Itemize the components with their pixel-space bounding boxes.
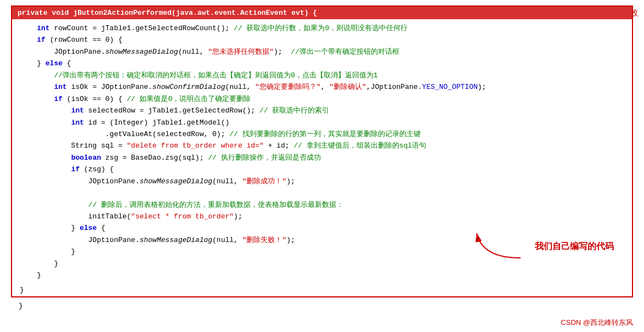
header-line: private void jButton2ActionPerformed(jav… [12,7,632,19]
kw-if3: if [71,165,80,173]
comment-6: // 找到要删除的行的第一列，其实就是要删除的记录的主键 [229,130,420,138]
outer-code-block: private void jButton2ActionPerformed(jav… [11,5,633,297]
str-7: "删除失败！" [242,236,287,244]
code-line-19: JOptionPane.showMessageDialog(null, "删除失… [20,234,624,246]
method-showmsg3: showMessageDialog [139,236,212,244]
space1 [48,9,52,17]
str-3: "删除确认" [329,83,366,91]
code-body: int rowCount = jTable1.getSelectedRowCou… [12,19,632,285]
comment-5: // 获取选中行的索引 [259,106,329,115]
comment-8: // 执行删除操作，并返回是否成功 [208,154,320,162]
code-line-7: if (isOk == 0) { // 如果值是0，说明点击了确定要删除 [20,93,624,105]
kw-boolean: boolean [71,154,101,162]
code-line-4: } else { [20,58,624,69]
code-line-15 [20,187,624,199]
code-line-2: if (rowCount == 0) { [20,34,624,46]
code-line-13: if (zsg) { [20,164,624,175]
comment-1: // 获取选中的行数，如果为0，则说明没有选中任何行 [234,24,408,32]
kw-int: int [37,24,49,32]
method-closing-brace: } [12,285,632,296]
const-yes-no: YES_NO_OPTION [422,83,477,91]
code-line-17: initTable("select * from tb_order"); [20,211,624,222]
code-line-18: } else { [20,222,624,234]
str-5: "删除成功！" [242,177,287,185]
void-keyword: void [52,9,69,17]
code-line-16: // 删除后，调用表格初始化的方法，重新加载数据，使表格加载显示最新数据： [20,199,624,211]
page-wrapper: 自动生成的代码，不要改 我们自己编写的代码 private void jButt… [0,0,644,332]
code-line-14: JOptionPane.showMessageDialog(null, "删除成… [20,176,624,187]
code-line-8: int selectedRow = jTable1.getSelectedRow… [20,105,624,116]
method-showmsg1: showMessageDialog [105,48,178,56]
kw-else1: else [46,59,63,67]
method-confirm: showConfirmDialog [152,83,225,91]
outer-closing-brace: } [11,300,633,312]
comment-2: //弹出一个带有确定按钮的对话框 [291,48,399,56]
code-line-21: } [20,258,624,269]
str-6: "select * from tb_order" [131,212,234,221]
code-line-20: } [20,246,624,257]
private-keyword: private [18,9,48,17]
code-line-9: int id = (Integer) jTable1.getModel() [20,117,624,128]
kw-int3: int [71,106,84,115]
code-line-10: .getValueAt(selectedRow, 0); // 找到要删除的行的… [20,128,624,140]
footer-text: CSDN @西北峰转东风 [561,318,633,327]
kw-if1: if [37,36,46,44]
comment-9: // 删除后，调用表格初始化的方法，重新加载数据，使表格加载显示最新数据： [88,201,343,209]
kw-int2: int [54,83,66,91]
code-line-22: } [20,269,624,281]
method-showmsg2: showMessageDialog [139,177,212,185]
str-4: "delete from tb_order where id=" [127,142,264,150]
code-line-3: JOptionPane.showMessageDialog(null, "您未选… [20,46,624,58]
code-line-11: String sql = "delete from tb_order where… [20,140,624,151]
comment-7: // 拿到主键值后，组装出删除的sql语句 [293,142,426,150]
code-line-5: //弹出带有两个按钮：确定和取消的对话框，如果点击【确定】则返回值为0，点击【取… [20,70,624,81]
kw-else2: else [80,224,97,232]
code-line-12: boolean zsg = BaseDao.zsg(sql); // 执行删除操… [20,152,624,164]
comment-3: //弹出带有两个按钮：确定和取消的对话框，如果点击【确定】则返回值为0，点击【取… [54,71,377,80]
kw-if2: if [54,95,63,103]
str-2: "您确定要删除吗？" [255,83,321,91]
code-line-1: int rowCount = jTable1.getSelectedRowCou… [20,22,624,34]
footer: CSDN @西北峰转东风 [561,318,633,328]
comment-4: // 如果值是0，说明点击了确定要删除 [127,95,251,103]
header-method: jButton2ActionPerformed(java.awt.event.A… [69,9,317,17]
code-line-6: int isOk = JOptionPane.showConfirmDialog… [20,81,624,93]
kw-int4: int [71,119,84,127]
str-1: "您未选择任何数据" [208,48,274,56]
